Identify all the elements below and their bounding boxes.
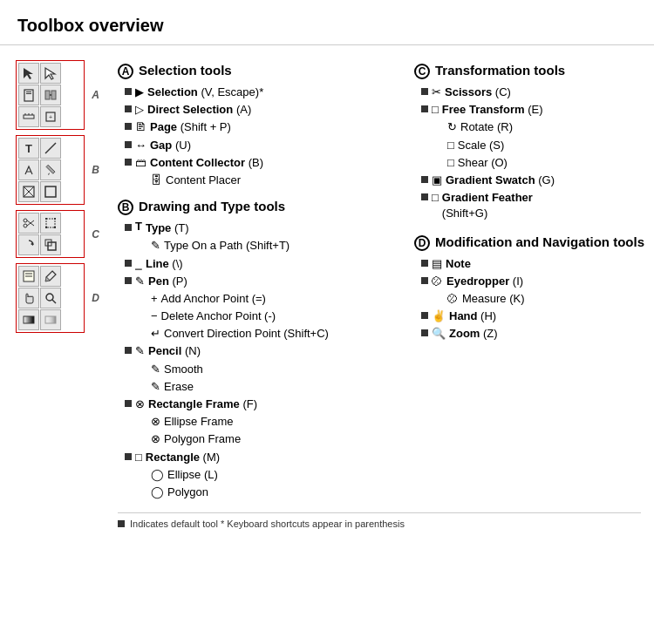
list-item: □ Rectangle (M): [125, 450, 405, 465]
list-item: ⎯ Line (\): [125, 256, 405, 272]
item-icon: ✎: [135, 343, 145, 359]
item-icon: □: [447, 138, 454, 153]
list-item: ▣ Gradient Swatch (G): [421, 173, 645, 188]
list-item: □ Shear (O): [437, 155, 645, 171]
list-item: ⊗ Ellipse Frame: [140, 414, 405, 430]
section-a-circle: A: [118, 64, 133, 79]
item-icon: ↻: [447, 119, 457, 135]
drawing-tools-list: T Type (T) ✎ Type On a Path (Shift+T) ⎯ …: [125, 220, 405, 500]
bullet: [125, 123, 132, 130]
item-text: Rectangle (M): [146, 450, 220, 465]
page-tool-btn[interactable]: [18, 85, 39, 105]
list-item: □ Gradient Feather(Shift+G): [421, 190, 645, 221]
svg-rect-17: [46, 165, 55, 173]
list-item: ▤ Note: [421, 256, 645, 272]
item-icon: ⎯: [135, 256, 142, 272]
zoom-tool-btn[interactable]: [40, 288, 61, 308]
transform-tools-title: Transformation tools: [435, 63, 565, 78]
item-icon: ⊗: [135, 397, 145, 412]
scissors-tool-btn[interactable]: [18, 213, 39, 234]
list-item: ⊗ Polygon Frame: [140, 431, 405, 447]
bullet: [421, 88, 428, 95]
left-column: A Selection tools ▶ Selection (V, Escape…: [118, 54, 414, 637]
measure-tool-btn[interactable]: [18, 106, 39, 127]
svg-text:T: T: [25, 142, 32, 155]
pencil-tool-btn[interactable]: [40, 159, 61, 180]
list-item: ↻ Rotate (R): [437, 119, 645, 135]
list-item: ◯ Ellipse (L): [140, 467, 405, 483]
hand-tool-btn[interactable]: [18, 288, 39, 308]
rect-tool-btn[interactable]: [40, 181, 61, 202]
drawing-tools-title: Drawing and Type tools: [139, 199, 285, 214]
selection-tool-btn[interactable]: [18, 63, 39, 84]
item-icon: ▶: [135, 85, 144, 100]
rotate-tool-btn[interactable]: [18, 234, 39, 255]
scale-tool-btn[interactable]: [40, 234, 61, 255]
svg-rect-31: [54, 227, 56, 228]
selection-tools-title: Selection tools: [139, 63, 232, 78]
gap-tool-btn[interactable]: [40, 85, 61, 105]
gradient-feather-btn[interactable]: [40, 309, 61, 330]
item-text: Scale (S): [458, 138, 504, 153]
item-text: Direct Selection (A): [147, 102, 251, 118]
item-icon: ▣: [432, 173, 442, 188]
item-icon: ◯: [151, 485, 164, 500]
item-icon: ✎: [151, 362, 160, 377]
item-icon: ▤: [432, 256, 442, 272]
content-collector-btn[interactable]: +: [40, 106, 61, 127]
content-area: A Selection tools ▶ Selection (V, Escape…: [92, 54, 645, 637]
section-d-circle: D: [414, 235, 430, 251]
item-icon: −: [151, 308, 158, 324]
item-text: Delete Anchor Point (-): [161, 308, 276, 324]
pen-tool-btn[interactable]: [18, 159, 39, 180]
svg-rect-2: [24, 90, 33, 101]
item-text: Convert Direction Point (Shift+C): [164, 326, 329, 342]
item-icon: 🗃: [135, 155, 146, 171]
list-item: ⛒ Eyedropper (I): [421, 274, 645, 289]
right-column: C Transformation tools ✂ Scissors (C) □ …: [414, 54, 645, 637]
transform-tools-header: C Transformation tools: [414, 63, 645, 79]
bullet: [125, 400, 132, 407]
list-item: ✎ Pen (P): [125, 274, 405, 289]
svg-rect-22: [45, 186, 56, 197]
line-tool-btn[interactable]: [40, 138, 61, 159]
gradient-swatch-btn[interactable]: [18, 309, 39, 330]
svg-rect-41: [45, 316, 56, 323]
direct-selection-tool-btn[interactable]: [40, 63, 61, 84]
item-text: Rotate (R): [460, 119, 513, 135]
svg-rect-8: [24, 115, 34, 119]
svg-marker-32: [31, 242, 33, 246]
free-transform-btn[interactable]: [40, 213, 61, 234]
list-item: 🗃 Content Collector (B): [125, 155, 405, 171]
bullet: [125, 277, 132, 284]
rect-frame-tool-btn[interactable]: [18, 181, 39, 202]
item-text: Free Transform (E): [442, 102, 543, 118]
list-item: □ Scale (S): [437, 138, 645, 153]
item-text: Polygon: [167, 485, 208, 500]
list-item: ✎ Pencil (N): [125, 343, 405, 359]
list-item: − Delete Anchor Point (-): [140, 308, 405, 324]
svg-marker-18: [48, 173, 50, 175]
item-text: Measure (K): [462, 291, 525, 307]
item-text: Pen (P): [148, 274, 187, 289]
eyedropper-tool-btn[interactable]: [40, 266, 61, 287]
modification-tools-list: ▤ Note ⛒ Eyedropper (I) ⛒ Measure (K) ✌ …: [421, 256, 645, 342]
note-tool-btn[interactable]: [18, 266, 39, 287]
item-icon: ⛒: [447, 291, 459, 307]
item-icon: ▷: [135, 102, 144, 118]
svg-rect-6: [51, 91, 56, 99]
item-text: Type On a Path (Shift+T): [164, 238, 290, 254]
bullet: [125, 453, 132, 460]
item-text: Gradient Swatch (G): [446, 173, 555, 188]
type-tool-btn[interactable]: T: [18, 138, 39, 159]
toolbox-section-b: T B: [16, 135, 85, 205]
list-item: ⊗ Rectangle Frame (F): [125, 397, 405, 412]
svg-line-15: [45, 143, 56, 153]
item-icon: 🖹: [135, 119, 146, 135]
item-text: Eyedropper (I): [446, 274, 523, 289]
toolbox-section-c: C: [16, 210, 85, 258]
section-c-label: C: [92, 228, 99, 241]
item-text: Smooth: [164, 362, 203, 377]
transform-tools-list: ✂ Scissors (C) □ Free Transform (E) ↻ Ro…: [421, 85, 645, 222]
svg-rect-40: [24, 316, 34, 323]
